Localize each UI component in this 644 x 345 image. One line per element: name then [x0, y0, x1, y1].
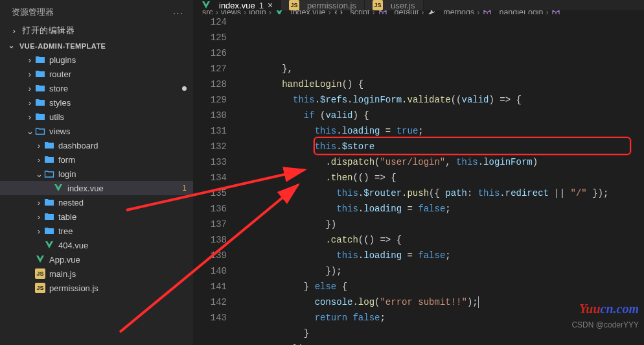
- js-icon: JS: [35, 283, 45, 293]
- tree-item-label: table: [58, 212, 76, 222]
- open-editors-label: 打开的编辑器: [22, 25, 75, 36]
- tree-item-404-vue[interactable]: 404.vue: [0, 238, 193, 252]
- tree-item-label: dashboard: [58, 141, 98, 150]
- tab-user-js[interactable]: JSuser.js: [365, 0, 424, 10]
- close-icon[interactable]: ×: [268, 0, 273, 10]
- folder-icon: [44, 140, 54, 150]
- tree-item-nested[interactable]: ›nested: [0, 195, 193, 209]
- folder-icon: [35, 112, 45, 122]
- chevron-icon: ⌄: [25, 126, 35, 136]
- tree-item-dashboard[interactable]: ›dashboard: [0, 138, 193, 152]
- sidebar-more-icon[interactable]: ···: [173, 8, 184, 18]
- tab-permission-js[interactable]: JSpermission.js: [281, 0, 365, 10]
- tab-modified: 1: [259, 1, 264, 10]
- file-tree: ›plugins›router›store›styles›utils⌄views…: [0, 53, 193, 345]
- tree-item-store[interactable]: ›store: [0, 81, 193, 95]
- line-number: 139: [193, 248, 227, 263]
- code-line[interactable]: });: [238, 341, 644, 345]
- code-line[interactable]: this.loading = true;: [238, 123, 644, 139]
- line-number: 133: [193, 154, 227, 170]
- code-line[interactable]: console.log("error submit!!");: [238, 294, 644, 310]
- tree-item-utils[interactable]: ›utils: [0, 110, 193, 124]
- code-line[interactable]: .catch(() => {: [238, 232, 644, 248]
- sidebar: 资源管理器 ··· › 打开的编辑器 ⌄ VUE-ADMIN-TEMPLATE …: [0, 0, 193, 345]
- tab-label: index.vue: [219, 1, 255, 10]
- tree-item-main-js[interactable]: JSmain.js: [0, 267, 193, 281]
- code-line[interactable]: }: [238, 326, 644, 341]
- tree-item-login[interactable]: ⌄login: [0, 167, 193, 181]
- line-number: 126: [193, 45, 227, 61]
- code-line[interactable]: },: [238, 61, 644, 77]
- chevron-icon: ›: [34, 155, 44, 165]
- chevron-icon: ⌄: [34, 169, 44, 179]
- code-line[interactable]: .then(() => {: [238, 170, 644, 185]
- tree-item-label: utils: [49, 112, 64, 122]
- tree-item-permission-js[interactable]: JSpermission.js: [0, 281, 193, 295]
- line-number: 132: [193, 139, 227, 154]
- line-number: 138: [193, 232, 227, 248]
- code-lines[interactable]: }, handleLogin() { this.$refs.loginForm.…: [238, 14, 644, 345]
- code-line[interactable]: } else {: [238, 279, 644, 294]
- tree-item-label: 404.vue: [58, 241, 88, 250]
- code-line[interactable]: this.loading = false;: [238, 201, 644, 217]
- line-number: 129: [193, 92, 227, 108]
- code-view[interactable]: 1241251261271281291301311321331341351361…: [193, 14, 644, 345]
- tree-item-plugins[interactable]: ›plugins: [0, 53, 193, 67]
- tree-item-App-vue[interactable]: App.vue: [0, 252, 193, 267]
- tree-item-router[interactable]: ›router: [0, 67, 193, 81]
- code-line[interactable]: this.$router.push({ path: this.redirect …: [238, 185, 644, 201]
- editor-area: index.vue1×JSpermission.jsJSuser.js src›…: [193, 0, 644, 345]
- tree-item-tree[interactable]: ›tree: [0, 224, 193, 238]
- chevron-icon: ›: [34, 198, 44, 208]
- folder-icon: [35, 69, 45, 79]
- tree-item-index-vue[interactable]: index.vue1: [0, 181, 193, 195]
- line-number: 140: [193, 263, 227, 279]
- folder-icon: [35, 83, 45, 93]
- tree-item-label: main.js: [49, 269, 76, 279]
- code-line[interactable]: .dispatch("user/login", this.loginForm): [238, 154, 644, 170]
- tab-index-vue[interactable]: index.vue1×: [193, 0, 281, 10]
- project-section[interactable]: ⌄ VUE-ADMIN-TEMPLATE: [0, 39, 193, 53]
- line-number: 134: [193, 170, 227, 185]
- tree-item-label: tree: [58, 226, 73, 236]
- tab-label: user.js: [391, 1, 415, 10]
- chevron-icon: ›: [34, 226, 44, 236]
- code-line[interactable]: return false;: [238, 310, 644, 326]
- code-line[interactable]: });: [238, 263, 644, 279]
- code-line[interactable]: this.$refs.loginForm.validate((valid) =>…: [238, 92, 644, 108]
- tree-item-label: form: [58, 155, 75, 165]
- tab-label: permission.js: [307, 1, 356, 10]
- modified-badge: 1: [182, 184, 187, 193]
- js-icon: JS: [289, 0, 299, 10]
- line-number: 128: [193, 77, 227, 92]
- folder-icon: [35, 97, 45, 108]
- line-gutter: 1241251261271281291301311321331341351361…: [193, 14, 238, 345]
- tree-item-label: nested: [58, 198, 84, 208]
- chevron-icon: ›: [25, 112, 35, 122]
- open-editors-section[interactable]: › 打开的编辑器: [0, 22, 193, 39]
- tree-item-styles[interactable]: ›styles: [0, 95, 193, 110]
- line-number: 130: [193, 108, 227, 123]
- sidebar-header: 资源管理器 ···: [0, 0, 193, 22]
- code-line[interactable]: handleLogin() {: [238, 77, 644, 92]
- line-number: 136: [193, 201, 227, 217]
- tree-item-form[interactable]: ›form: [0, 152, 193, 167]
- tree-item-label: store: [49, 84, 68, 93]
- chevron-icon: ›: [25, 98, 35, 108]
- folder-open-icon: [44, 169, 54, 179]
- folder-open-icon: [35, 126, 45, 136]
- chevron-icon: ›: [25, 69, 35, 79]
- tree-item-table[interactable]: ›table: [0, 209, 193, 224]
- line-number: 141: [193, 279, 227, 294]
- line-number: 143: [193, 310, 227, 326]
- vue-icon: [35, 254, 45, 265]
- code-line[interactable]: this.$store: [238, 139, 644, 154]
- code-line[interactable]: this.loading = false;: [238, 248, 644, 263]
- js-icon: JS: [35, 268, 45, 279]
- text-cursor: [478, 296, 479, 308]
- chevron-icon: ›: [25, 55, 35, 65]
- code-line[interactable]: }): [238, 217, 644, 232]
- line-number: 137: [193, 217, 227, 232]
- code-line[interactable]: if (valid) {: [238, 108, 644, 123]
- tree-item-views[interactable]: ⌄views: [0, 124, 193, 138]
